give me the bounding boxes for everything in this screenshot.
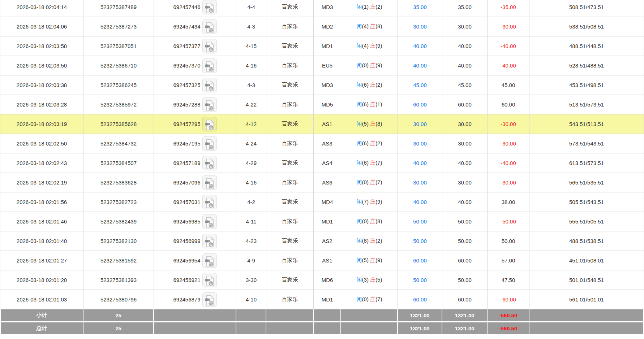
video-replay-button[interactable] xyxy=(202,292,217,307)
video-replay-button[interactable] xyxy=(202,214,217,229)
table-row[interactable]: 2026-03-18 02:03:19 523275385628 6924572… xyxy=(0,114,644,134)
video-replay-button[interactable] xyxy=(202,273,217,287)
round-no-cell: 692457096 xyxy=(154,173,236,192)
shoe-round: 4-24 xyxy=(236,134,266,153)
player-points: (6) xyxy=(362,101,369,107)
bet-amount: 60.00 xyxy=(398,251,442,270)
video-replay-button[interactable] xyxy=(202,0,217,14)
balance: 508.51/473.51 xyxy=(529,0,644,17)
bet-time: 2026-03-18 02:03:38 xyxy=(0,75,83,95)
bet-time: 2026-03-18 02:03:19 xyxy=(0,114,83,134)
player-label: 闲 xyxy=(357,218,362,224)
banker-label: 庄 xyxy=(370,199,375,205)
game-result: 闲(4) 庄(8) xyxy=(341,17,398,36)
bet-time: 2026-03-18 02:03:58 xyxy=(0,36,83,56)
shoe-round: 4-12 xyxy=(236,114,266,134)
round-no: 692457434 xyxy=(173,23,200,30)
table-row[interactable]: 2026-03-18 02:01:20 523275381393 6924569… xyxy=(0,270,644,290)
table-row[interactable]: 2026-03-18 02:04:06 523275387273 6924574… xyxy=(0,17,644,36)
round-no: 692456999 xyxy=(173,238,200,244)
table-row[interactable]: 2026-03-18 02:03:58 523275387051 6924573… xyxy=(0,36,644,56)
summary-label: 总计 xyxy=(0,322,83,335)
video-replay-button[interactable] xyxy=(202,97,217,112)
summary-empty-cell xyxy=(529,309,644,322)
game-result: 闲(3) 庄(5) xyxy=(341,270,398,290)
video-replay-icon xyxy=(205,3,214,13)
round-no-cell: 692457295 xyxy=(154,114,236,134)
video-replay-button[interactable] xyxy=(202,136,217,151)
table-row[interactable]: 2026-03-18 02:03:50 523275386710 6924573… xyxy=(0,56,644,75)
game-name: 百家乐 xyxy=(266,95,314,114)
shoe-round: 4-3 xyxy=(236,75,266,95)
table-row[interactable]: 2026-03-18 02:03:28 523275385972 6924572… xyxy=(0,95,644,114)
table-row[interactable]: 2026-03-18 02:01:03 523275380796 6924568… xyxy=(0,290,644,309)
bet-amount: 35.00 xyxy=(398,0,442,17)
banker-label: 庄 xyxy=(370,218,375,224)
table-code: AS6 xyxy=(314,173,341,192)
game-name: 百家乐 xyxy=(266,231,314,251)
valid-amount: 40.00 xyxy=(442,56,488,75)
bet-time: 2026-03-18 02:01:03 xyxy=(0,290,83,309)
banker-points: (9) xyxy=(375,43,382,49)
video-replay-button[interactable] xyxy=(202,58,217,73)
banker-label: 庄 xyxy=(370,101,375,107)
table-row[interactable]: 2026-03-18 02:02:50 523275384732 6924571… xyxy=(0,134,644,153)
player-label: 闲 xyxy=(357,179,362,185)
table-code: MD1 xyxy=(314,290,341,309)
game-name: 百家乐 xyxy=(266,17,314,36)
summary-win-loss-total: -560.50 xyxy=(488,309,529,322)
round-no: 692456954 xyxy=(173,257,200,264)
player-label: 闲 xyxy=(357,62,362,68)
player-points: (4) xyxy=(362,43,369,49)
shoe-round: 4-16 xyxy=(236,56,266,75)
table-row[interactable]: 2026-03-18 02:02:19 523275383628 6924570… xyxy=(0,173,644,192)
bet-history-table: 2026-03-18 02:04:14 523275387489 6924574… xyxy=(0,0,644,335)
game-result: 闲(5) 庄(8) xyxy=(341,114,398,134)
table-row[interactable]: 2026-03-18 02:04:14 523275387489 6924574… xyxy=(0,0,644,17)
bet-table-body: 2026-03-18 02:04:14 523275387489 6924574… xyxy=(0,0,644,335)
bet-time: 2026-03-18 02:01:27 xyxy=(0,251,83,270)
round-no-cell: 692456954 xyxy=(154,251,236,270)
win-loss: 57.00 xyxy=(488,251,529,270)
banker-label: 庄 xyxy=(370,23,375,29)
summary-valid-total: 1321.00 xyxy=(442,322,488,335)
round-no-cell: 692456999 xyxy=(154,231,236,251)
win-loss: -30.00 xyxy=(488,114,529,134)
balance: 573.51/543.51 xyxy=(529,134,644,153)
win-loss: -40.00 xyxy=(488,36,529,56)
banker-label: 庄 xyxy=(370,179,375,185)
player-label: 闲 xyxy=(357,101,362,107)
table-code: MD1 xyxy=(314,36,341,56)
video-replay-button[interactable] xyxy=(202,195,217,209)
video-replay-button[interactable] xyxy=(202,253,217,268)
banker-points: (9) xyxy=(375,199,382,205)
video-replay-button[interactable] xyxy=(202,234,217,248)
video-replay-icon xyxy=(205,197,214,208)
shoe-round: 4-22 xyxy=(236,95,266,114)
valid-amount: 50.00 xyxy=(442,270,488,290)
video-replay-button[interactable] xyxy=(202,117,217,131)
video-replay-button[interactable] xyxy=(202,175,217,190)
game-result: 闲(4) 庄(9) xyxy=(341,36,398,56)
table-row[interactable]: 2026-03-18 02:01:46 523275382439 6924569… xyxy=(0,212,644,231)
bet-id: 523275382439 xyxy=(83,212,154,231)
game-name: 百家乐 xyxy=(266,36,314,56)
bet-id: 523275381393 xyxy=(83,270,154,290)
game-result: 闲(0) 庄(7) xyxy=(341,173,398,192)
table-row[interactable]: 2026-03-18 02:01:27 523275381592 6924569… xyxy=(0,251,644,270)
banker-points: (2) xyxy=(375,140,382,146)
table-row[interactable]: 2026-03-18 02:01:40 523275382130 6924569… xyxy=(0,231,644,251)
table-row[interactable]: 2026-03-18 02:02:43 523275384507 6924571… xyxy=(0,153,644,173)
summary-empty-cell xyxy=(154,309,236,322)
round-no-cell: 692456879 xyxy=(154,290,236,309)
game-name: 百家乐 xyxy=(266,212,314,231)
video-replay-button[interactable] xyxy=(202,39,217,53)
valid-amount: 60.00 xyxy=(442,251,488,270)
table-row[interactable]: 2026-03-18 02:01:56 523275382723 6924570… xyxy=(0,192,644,212)
video-replay-button[interactable] xyxy=(202,156,217,170)
video-replay-button[interactable] xyxy=(202,19,217,34)
video-replay-button[interactable] xyxy=(202,78,217,92)
video-replay-icon xyxy=(205,236,214,247)
summary-empty-cell xyxy=(341,309,398,322)
table-row[interactable]: 2026-03-18 02:03:38 523275386245 6924573… xyxy=(0,75,644,95)
